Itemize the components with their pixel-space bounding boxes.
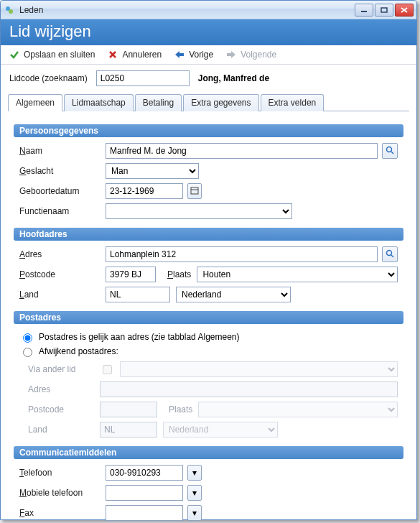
next-label: Volgende	[241, 50, 276, 60]
app-icon	[4, 4, 15, 16]
section-persoonsgegevens: Persoonsgegevens	[14, 124, 403, 137]
next-button: Volgende	[226, 50, 276, 60]
postadres-same-label: Postadres is gelijk aan adres (zie tabbl…	[39, 332, 240, 342]
post-land-label: Land	[28, 425, 100, 435]
plaats-select[interactable]: Houten	[197, 267, 398, 282]
tab-extra-gegevens[interactable]: Extra gegevens	[183, 94, 258, 111]
chevron-down-icon: ▾	[192, 468, 197, 478]
titlebar: Leden	[1, 1, 416, 19]
naam-lookup-button[interactable]	[382, 143, 398, 159]
lidcode-label: Lidcode (zoeknaam)	[9, 73, 88, 83]
svg-rect-12	[191, 188, 198, 194]
land-label: Land	[19, 290, 106, 300]
naam-label: Naam	[19, 146, 106, 156]
geslacht-select[interactable]: Man	[106, 163, 199, 179]
minimize-button[interactable]	[355, 4, 373, 17]
magnifier-icon	[386, 249, 394, 260]
via-ander-lid-select	[120, 361, 398, 377]
member-display-name: Jong, Manfred de	[198, 73, 269, 83]
geboorte-label: Geboortedatum	[19, 186, 106, 196]
fax-dropdown[interactable]: ▾	[187, 505, 202, 521]
naam-input[interactable]	[106, 143, 378, 159]
functienaam-select[interactable]	[106, 203, 292, 219]
check-icon	[9, 50, 19, 60]
close-icon	[108, 50, 118, 60]
arrow-right-icon	[226, 50, 236, 60]
post-land-code-input	[100, 422, 157, 438]
window-title: Leden	[19, 5, 43, 15]
postadres-diff-label: Afwijkend postadres:	[39, 346, 118, 356]
telefoon-dropdown[interactable]: ▾	[187, 465, 202, 481]
postcode-label: Postcode	[19, 269, 106, 279]
fax-label: Fax	[19, 508, 106, 518]
svg-marker-8	[175, 51, 184, 58]
tab-panel-algemeen: Persoonsgegevens Naam Geslacht Man Geboo…	[8, 111, 409, 523]
mobiel-dropdown[interactable]: ▾	[187, 485, 202, 501]
post-land-naam-select: Nederland	[163, 422, 278, 438]
maximize-button[interactable]	[375, 4, 393, 17]
save-close-button[interactable]: Opslaan en sluiten	[9, 50, 95, 60]
geboortedatum-input[interactable]	[106, 183, 183, 199]
svg-point-1	[9, 9, 13, 14]
adres-label: Adres	[19, 249, 106, 259]
geslacht-label: Geslacht	[19, 166, 106, 176]
magnifier-icon	[386, 146, 394, 157]
svg-point-14	[387, 250, 392, 255]
save-close-label: Opslaan en sluiten	[24, 50, 95, 60]
chevron-down-icon: ▾	[192, 488, 197, 498]
mobiel-input[interactable]	[106, 485, 183, 501]
tab-betaling[interactable]: Betaling	[135, 94, 182, 111]
via-ander-lid-checkbox	[103, 365, 112, 374]
via-ander-lid-label: Via ander lid	[28, 364, 100, 374]
tab-extra-velden[interactable]: Extra velden	[261, 94, 325, 111]
svg-marker-9	[227, 51, 235, 58]
section-hoofdadres: Hoofdadres	[14, 228, 403, 241]
post-postcode-input	[100, 402, 157, 417]
postcode-input[interactable]	[106, 267, 156, 282]
land-naam-select[interactable]: Nederland	[176, 287, 291, 302]
post-adres-input	[100, 381, 398, 397]
toolbar: Opslaan en sluiten Annuleren Vorige Volg…	[1, 45, 416, 65]
adres-lookup-button[interactable]	[382, 246, 398, 262]
land-code-input[interactable]	[106, 287, 170, 302]
post-plaats-select	[198, 402, 398, 417]
lidcode-input[interactable]	[96, 70, 190, 86]
post-adres-label: Adres	[28, 384, 100, 394]
section-communicatie: Communicatiemiddelen	[14, 446, 403, 459]
tab-lidmaatschap[interactable]: Lidmaatschap	[64, 94, 134, 111]
telefoon-label: Telefoon	[19, 468, 106, 478]
tabs: Algemeen Lidmaatschap Betaling Extra geg…	[1, 93, 416, 111]
prev-label: Vorige	[189, 50, 213, 60]
prev-button[interactable]: Vorige	[174, 50, 213, 60]
adres-input[interactable]	[106, 246, 378, 262]
arrow-left-icon	[174, 50, 185, 60]
cancel-button[interactable]: Annuleren	[108, 50, 162, 60]
fax-input[interactable]	[106, 505, 183, 521]
close-button[interactable]	[395, 4, 414, 17]
tab-algemeen[interactable]: Algemeen	[8, 94, 62, 111]
post-plaats-label: Plaats	[169, 404, 192, 415]
page-title: Lid wijzigen	[1, 19, 416, 45]
post-postcode-label: Postcode	[28, 404, 100, 415]
plaats-label: Plaats	[167, 269, 191, 279]
section-postadres: Postadres	[14, 311, 403, 324]
datepicker-button[interactable]	[187, 183, 202, 199]
cancel-label: Annuleren	[122, 50, 162, 60]
svg-rect-3	[381, 8, 387, 12]
functie-label: Functienaam	[19, 206, 106, 216]
postadres-diff-radio[interactable]	[23, 348, 32, 357]
chevron-down-icon: ▾	[192, 508, 197, 518]
svg-point-10	[387, 147, 392, 152]
postadres-same-radio[interactable]	[23, 333, 32, 343]
mobiel-label: Mobiele telefoon	[19, 488, 106, 498]
svg-line-15	[391, 255, 393, 257]
telefoon-input[interactable]	[106, 465, 183, 481]
calendar-icon	[190, 186, 199, 197]
svg-line-11	[391, 152, 393, 154]
